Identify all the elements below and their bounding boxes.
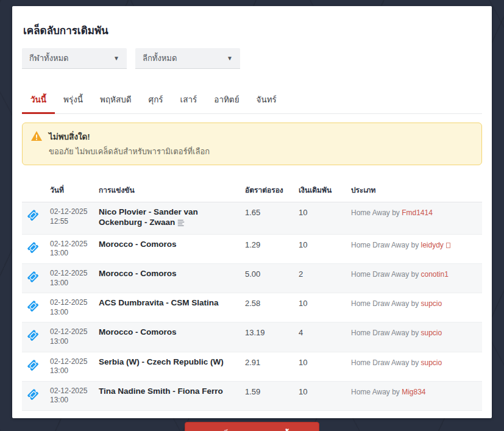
- ticket-icon[interactable]: [24, 327, 43, 346]
- alert-text: ไม่พบสิ่งใด! ขออภัย ไม่พบเคล็ดลับสำหรับพ…: [49, 130, 210, 158]
- filters: กีฬาทั้งหมด ▼ ลีกทั้งหมด ▼: [22, 48, 482, 69]
- day-tab[interactable]: ศุกร์: [140, 87, 172, 114]
- row-match-name: Morocco - Comoros: [99, 327, 177, 337]
- row-stake: 10: [299, 357, 351, 367]
- row-tipster-link[interactable]: supcio: [421, 299, 442, 308]
- row-type-text: Home Away by: [351, 388, 402, 396]
- row-bet-type: Home Away by Fmd1414: [351, 207, 482, 217]
- row-datetime: 02-12-2025 13:00: [50, 298, 99, 317]
- row-tipster-link[interactable]: conotin1: [421, 270, 449, 279]
- row-match-name: Tina Nadine Smith - Fiona Ferro: [99, 386, 223, 396]
- row-time: 13:00: [50, 396, 94, 405]
- ticket-icon[interactable]: [24, 239, 43, 257]
- chevron-down-icon: ▼: [227, 55, 233, 62]
- day-tab-label: อาทิตย์: [214, 95, 239, 104]
- row-ticket-cell: [22, 357, 50, 373]
- row-match: Morocco - Comoros: [99, 240, 245, 250]
- row-time: 13:00: [50, 337, 94, 347]
- row-type-text: Home Away by: [351, 208, 402, 217]
- row-time: 13:00: [50, 308, 94, 318]
- table-header-row: วันที่ การแข่งขัน อัตราต่อรอง เงินเดิมพั…: [22, 179, 482, 202]
- row-match: Serbia (W) - Czech Republic (W): [99, 357, 245, 368]
- row-datetime: 02-12-2025 13:00: [50, 357, 99, 376]
- row-match: Tina Nadine Smith - Fiona Ferro: [99, 386, 245, 397]
- row-stake: 10: [299, 240, 351, 249]
- row-ticket-cell: [22, 269, 50, 285]
- day-tab-label: พฤหัสบดี: [100, 95, 132, 104]
- row-match: ACS Dumbravita - CSM Slatina: [99, 298, 245, 308]
- row-tipster-link[interactable]: leidydy: [421, 241, 444, 249]
- row-match-name: Morocco - Comoros: [99, 240, 177, 249]
- row-type-text: Home Draw Away by: [351, 329, 421, 337]
- chevron-down-icon: ▼: [113, 55, 119, 62]
- ticket-icon[interactable]: [24, 298, 43, 316]
- row-date: 02-12-2025: [50, 357, 94, 367]
- row-odds: 1.59: [245, 386, 299, 396]
- row-date: 02-12-2025: [50, 298, 94, 308]
- betting-tips-card: เคล็ดลับการเดิมพัน กีฬาทั้งหมด ▼ ลีกทั้ง…: [12, 6, 492, 418]
- row-tipster-link[interactable]: Fmd1414: [402, 208, 433, 217]
- row-datetime: 02-12-2025 13:00: [50, 327, 99, 346]
- row-odds: 13.19: [245, 327, 299, 337]
- table-row: 02-12-2025 13:00 Serbia (W) - Czech Repu…: [22, 352, 482, 382]
- show-all-tips-button[interactable]: แสดงเคล็ดลับการเดิมพันทั้งหมด: [185, 422, 319, 431]
- tips-table: วันที่ การแข่งขัน อัตราต่อรอง เงินเดิมพั…: [22, 179, 482, 411]
- row-datetime: 02-12-2025 13:00: [50, 386, 99, 405]
- day-tab[interactable]: พฤหัสบดี: [91, 87, 140, 114]
- header-date: วันที่: [50, 184, 99, 196]
- row-match: Nico Plovier - Sander van Ockenburg - Zw…: [99, 207, 245, 229]
- ticket-icon[interactable]: [24, 386, 43, 404]
- table-body: 02-12-2025 12:55 Nico Plovier - Sander v…: [22, 202, 482, 411]
- row-datetime: 02-12-2025 12:55: [50, 207, 99, 226]
- row-tipster-link[interactable]: supcio: [421, 329, 442, 337]
- day-tab[interactable]: พรุ่งนี้: [55, 87, 91, 114]
- header-match: การแข่งขัน: [99, 184, 245, 196]
- row-datetime: 02-12-2025 13:00: [50, 240, 99, 258]
- row-time: 13:00: [50, 366, 94, 376]
- row-tipster-link[interactable]: Mig834: [402, 388, 425, 396]
- row-stake: 10: [299, 207, 351, 217]
- row-match-name: ACS Dumbravita - CSM Slatina: [99, 298, 219, 307]
- day-tab[interactable]: อาทิตย์: [205, 87, 247, 114]
- row-date: 02-12-2025: [50, 269, 94, 279]
- league-select[interactable]: ลีกทั้งหมด ▼: [135, 48, 240, 69]
- warning-triangle-icon: [31, 131, 42, 143]
- row-ticket-cell: [22, 298, 50, 314]
- lineup-icon[interactable]: [177, 219, 185, 229]
- row-bet-type: Home Draw Away by conotin1: [351, 269, 482, 279]
- sport-select-value: กีฬาทั้งหมด: [29, 52, 69, 65]
- no-results-alert: ไม่พบสิ่งใด! ขออภัย ไม่พบเคล็ดลับสำหรับพ…: [22, 123, 482, 165]
- row-odds: 5.00: [245, 269, 299, 279]
- sport-select[interactable]: กีฬาทั้งหมด ▼: [22, 48, 127, 69]
- card-footer: แสดงเคล็ดลับการเดิมพันทั้งหมด: [22, 422, 482, 431]
- table-row: 02-12-2025 13:00 Morocco - Comoros 5.00 …: [22, 264, 482, 293]
- row-ticket-cell: [22, 386, 50, 402]
- header-odds: อัตราต่อรอง: [245, 184, 299, 196]
- ticket-icon[interactable]: [24, 207, 43, 226]
- alert-message: ขออภัย ไม่พบเคล็ดลับสำหรับพารามิเตอร์ที่…: [49, 145, 210, 158]
- day-tab[interactable]: เสาร์: [172, 87, 206, 114]
- row-bet-type: Home Draw Away by supcio: [351, 298, 482, 308]
- tipster-badge-icon: [446, 243, 450, 248]
- row-datetime: 02-12-2025 13:00: [50, 269, 99, 288]
- row-ticket-cell: [22, 327, 50, 343]
- day-tab-label: วันนี้: [30, 95, 46, 104]
- row-stake: 4: [299, 327, 351, 337]
- row-ticket-cell: [22, 240, 50, 255]
- day-tab-label: ศุกร์: [149, 95, 163, 104]
- ticket-icon[interactable]: [24, 357, 43, 375]
- ticket-icon[interactable]: [24, 269, 43, 287]
- row-ticket-cell: [22, 207, 50, 223]
- row-match-name: Morocco - Comoros: [99, 269, 177, 278]
- day-tab-label: เสาร์: [180, 95, 197, 104]
- row-stake: 10: [299, 298, 351, 308]
- row-date: 02-12-2025: [50, 240, 94, 249]
- row-stake: 2: [299, 269, 351, 279]
- header-stake: เงินเดิมพัน: [299, 184, 351, 196]
- row-tipster-link[interactable]: supcio: [421, 358, 442, 367]
- row-odds: 2.91: [245, 357, 299, 367]
- day-tab[interactable]: จันทร์: [248, 87, 285, 114]
- day-tab[interactable]: วันนี้: [22, 87, 55, 114]
- row-date: 02-12-2025: [50, 327, 94, 337]
- row-odds: 1.29: [245, 240, 299, 249]
